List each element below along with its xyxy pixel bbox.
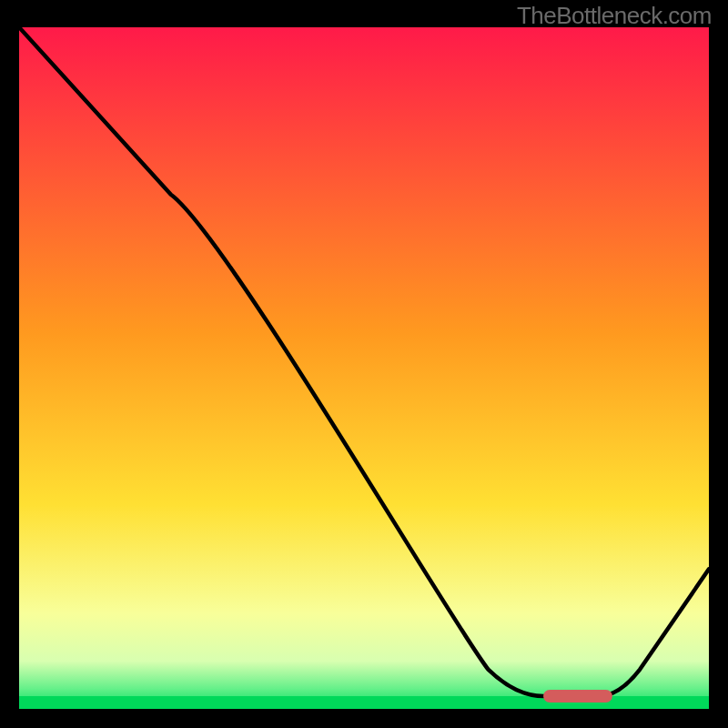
- chart-frame: [19, 27, 709, 709]
- optimal-marker: [543, 690, 612, 703]
- gradient-background: [19, 27, 709, 709]
- watermark-text: TheBottleneck.com: [517, 2, 712, 30]
- chart-svg: [19, 27, 709, 709]
